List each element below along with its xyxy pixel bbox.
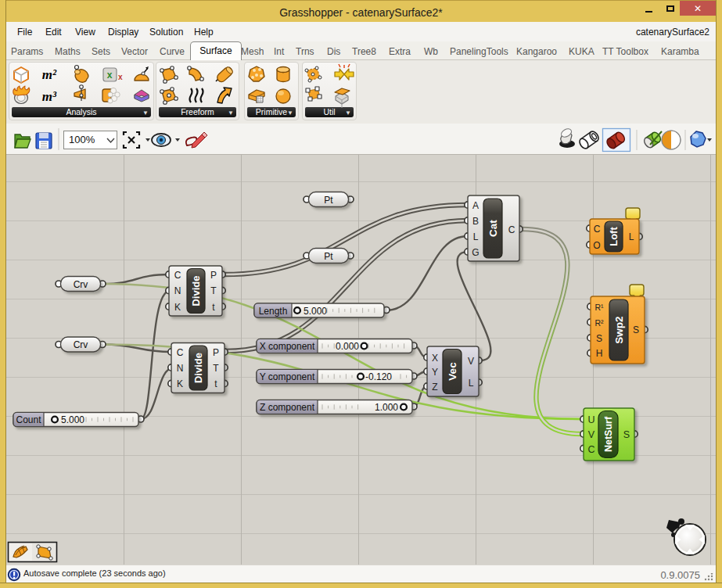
svg-text:Y: Y: [432, 367, 438, 378]
svg-text:Z: Z: [432, 382, 437, 393]
svg-text:L: L: [469, 378, 474, 389]
svg-text:C: C: [177, 347, 184, 358]
svg-text:Z component: Z component: [260, 402, 315, 413]
svg-text:Vec: Vec: [447, 362, 458, 381]
svg-text:Pt: Pt: [324, 195, 333, 206]
svg-text:Divide: Divide: [190, 275, 202, 306]
svg-text:Count: Count: [16, 414, 41, 425]
svg-text:C: C: [174, 270, 181, 281]
svg-text:G: G: [472, 247, 479, 258]
svg-text:Crv: Crv: [74, 339, 88, 350]
svg-text:T: T: [213, 363, 219, 374]
svg-text:V: V: [468, 356, 474, 367]
svg-text:1.000: 1.000: [375, 402, 398, 413]
svg-text:K: K: [177, 378, 183, 389]
svg-text:Pt: Pt: [324, 251, 333, 262]
svg-text:5.000: 5.000: [304, 306, 327, 317]
svg-text:T: T: [210, 285, 217, 296]
svg-text:x: x: [118, 73, 123, 81]
svg-text:X component: X component: [260, 341, 315, 352]
svg-text:C: C: [594, 224, 601, 235]
svg-text:S: S: [596, 333, 602, 344]
svg-text:U: U: [587, 414, 594, 425]
svg-text:L: L: [473, 231, 479, 242]
svg-text:-0.120: -0.120: [365, 371, 392, 382]
svg-text:K: K: [174, 302, 181, 313]
svg-text:N: N: [177, 363, 184, 374]
svg-text:Cat: Cat: [487, 220, 499, 237]
svg-text:Y component: Y component: [260, 371, 315, 382]
svg-text:5.000: 5.000: [61, 414, 84, 425]
svg-text:P: P: [210, 270, 217, 281]
svg-text:N: N: [174, 285, 181, 296]
svg-text:S: S: [633, 324, 639, 335]
svg-text:x: x: [107, 70, 113, 81]
svg-text:C: C: [587, 444, 594, 455]
svg-text:R²: R²: [594, 318, 604, 328]
svg-text:L: L: [629, 231, 634, 242]
svg-text:Swp2: Swp2: [613, 316, 625, 343]
svg-text:NetSurf: NetSurf: [603, 416, 614, 452]
svg-text:S: S: [623, 429, 630, 440]
svg-text:Crv: Crv: [74, 279, 88, 290]
svg-text:B: B: [472, 216, 479, 227]
svg-text:A: A: [472, 200, 479, 211]
svg-text:C: C: [508, 224, 515, 235]
svg-text:m³: m³: [42, 89, 57, 104]
svg-text:R¹: R¹: [594, 303, 604, 312]
svg-text:Length: Length: [259, 306, 288, 317]
svg-text:Loft: Loft: [608, 227, 620, 246]
svg-text:O: O: [593, 240, 600, 251]
svg-text:Divide: Divide: [192, 353, 204, 383]
svg-text:100%: 100%: [69, 134, 95, 145]
svg-text:0.000: 0.000: [336, 341, 359, 352]
svg-text:X: X: [432, 353, 438, 364]
svg-text:V: V: [588, 429, 595, 440]
svg-text:m²: m²: [42, 67, 57, 82]
svg-text:H: H: [596, 348, 603, 359]
svg-text:P: P: [213, 347, 219, 358]
